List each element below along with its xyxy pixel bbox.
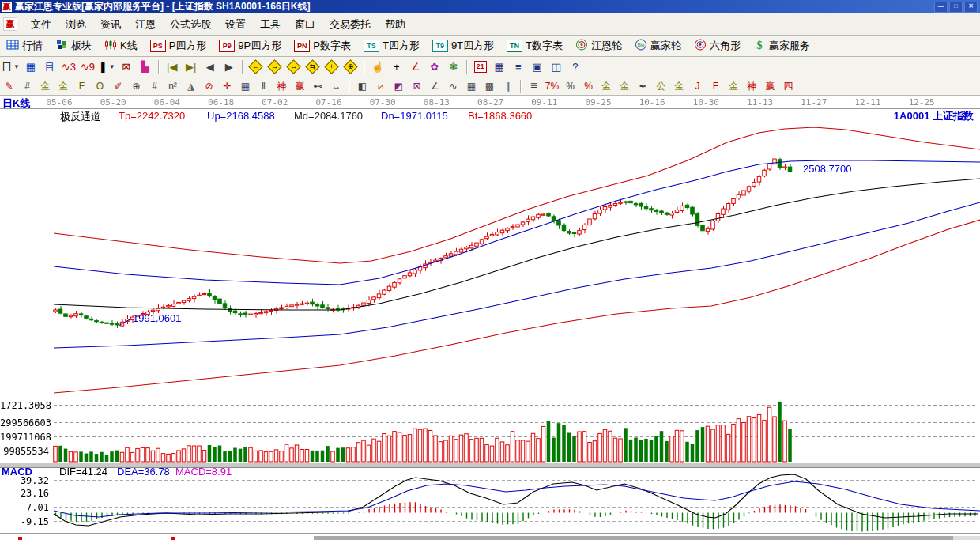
calculator-button[interactable]: ▦	[491, 59, 508, 75]
menu-item-6[interactable]: 工具	[253, 15, 288, 34]
gann-flower-icon[interactable]: ✿	[426, 59, 443, 75]
menu-item-4[interactable]: 公式选股	[163, 15, 218, 34]
circle-grid-icon[interactable]: ⊕	[128, 79, 145, 94]
angle-a-icon[interactable]: ◮	[183, 79, 199, 94]
menu-item-3[interactable]: 江恩	[128, 15, 163, 34]
export-button[interactable]: ◫	[548, 59, 565, 75]
gong-wave-icon[interactable]: 公	[653, 79, 669, 94]
9t-square-button[interactable]: T99T四方形	[426, 36, 500, 55]
target-grid-icon[interactable]: ▦	[237, 79, 254, 94]
quote-list-icon[interactable]: 目	[41, 59, 58, 75]
shade-grid-icon[interactable]: ▩	[481, 79, 498, 94]
menu-item-2[interactable]: 资讯	[93, 15, 128, 34]
gann-pattern-icon[interactable]: ❃	[445, 59, 462, 75]
close-button[interactable]: ✕	[964, 2, 978, 13]
line3-chart-icon[interactable]: ∿3	[60, 59, 77, 75]
box-tool-icon[interactable]: ◧	[354, 79, 371, 94]
gold-angle2-icon[interactable]: 金	[726, 79, 742, 94]
shift-left-button[interactable]: ←	[247, 59, 265, 75]
draw-pen2-icon[interactable]: ✐	[110, 79, 126, 94]
expand-all-button[interactable]: ⊕	[342, 59, 360, 75]
spiral-icon[interactable]: ʘ	[92, 79, 108, 94]
grid-lines-icon[interactable]: #	[19, 79, 36, 94]
compress-h-button[interactable]: ⇆	[304, 59, 322, 75]
winner-service-button[interactable]: $赢家服务	[747, 36, 816, 55]
scrollbar-thumb[interactable]	[314, 536, 953, 540]
j-angle-icon[interactable]: J	[689, 79, 706, 94]
hexagon-button[interactable]: 六角形	[688, 36, 747, 55]
help-button[interactable]: ?	[567, 59, 584, 75]
pan-hand-button[interactable]: ☝	[369, 59, 386, 75]
n-square-icon[interactable]: n²	[164, 79, 181, 94]
percent-line-icon[interactable]: %	[580, 79, 597, 94]
fan-box-icon[interactable]: ◩	[390, 79, 407, 94]
winner-wheel-button[interactable]: Big赢家轮	[628, 36, 688, 55]
shen-angle-icon[interactable]: 神	[744, 79, 760, 94]
span-arrow-icon[interactable]: ↔	[328, 79, 345, 94]
wave-icon[interactable]: ∿	[445, 79, 462, 94]
menu-item-9[interactable]: 帮助	[378, 15, 413, 34]
maximize-button[interactable]: □	[949, 2, 963, 13]
seven-pct-icon[interactable]: 7%	[544, 79, 560, 94]
kline-pattern-icon[interactable]: ⊠	[118, 59, 135, 75]
next-bar-button[interactable]: ▶	[220, 59, 238, 75]
f-grid-icon[interactable]: F	[74, 79, 90, 94]
notes-button[interactable]: ≡	[510, 59, 527, 75]
menu-item-1[interactable]: 浏览	[58, 15, 93, 34]
menu-item-0[interactable]: 文件	[24, 15, 58, 34]
p-square-button[interactable]: PSP四方形	[144, 36, 213, 55]
gold-angle-icon[interactable]: 金	[671, 79, 688, 94]
menu-item-8[interactable]: 交易委托	[322, 15, 378, 34]
line9-chart-icon[interactable]: ∿9	[79, 59, 96, 75]
gold-grid-icon[interactable]: 金	[37, 79, 54, 94]
9p-square-button[interactable]: P99P四方形	[213, 36, 288, 55]
percent-icon[interactable]: %	[562, 79, 579, 94]
shift-right-button[interactable]: →	[266, 59, 284, 75]
p-table-button[interactable]: PNP数字表	[288, 36, 357, 55]
prev-bar-button[interactable]: ◀	[202, 59, 219, 75]
jump-last-button[interactable]: ▶|	[183, 59, 200, 75]
t-square-button[interactable]: TST四方形	[357, 36, 426, 55]
crosshair-button[interactable]: +	[388, 59, 405, 75]
si-angle-icon[interactable]: 四	[780, 79, 797, 94]
gold-circle-icon[interactable]: 金	[598, 79, 615, 94]
gold-grid2-icon[interactable]: 金	[55, 79, 72, 94]
diagonal-icon[interactable]: ∥	[499, 79, 516, 94]
ruler-icon[interactable]: ⊷	[310, 79, 326, 94]
gold-line-icon[interactable]: 金	[616, 79, 633, 94]
candle-style-button[interactable]: ❚▼	[98, 59, 116, 75]
menu-item-7[interactable]: 窗口	[288, 15, 322, 34]
jump-first-button[interactable]: |◀	[164, 59, 181, 75]
expand-v-button[interactable]: +	[323, 59, 341, 75]
gann-wheel-button[interactable]: 江恩轮	[569, 36, 628, 55]
hash-lines-icon[interactable]: #	[146, 79, 163, 94]
draw-pen-icon[interactable]: ✎	[1, 79, 17, 94]
window-layout-icon[interactable]: ▦	[22, 59, 40, 75]
ying-tool-icon[interactable]: 赢	[292, 79, 308, 94]
minimize-button[interactable]: —	[934, 2, 948, 13]
dense-grid-icon[interactable]: ▦	[463, 79, 480, 94]
t-table-button[interactable]: TNT数字表	[500, 36, 569, 55]
calendar-button[interactable]: 21	[472, 59, 489, 75]
compass-icon[interactable]: ⊘	[201, 79, 217, 94]
scrollbar-track[interactable]	[953, 536, 980, 540]
angle-measure-button[interactable]: ∠	[407, 59, 424, 75]
box-x-icon[interactable]: ⊠	[409, 79, 425, 94]
quote-button[interactable]: 行情	[0, 36, 49, 55]
sector-button[interactable]: 板块	[49, 36, 98, 55]
target-cross-icon[interactable]: ✛	[219, 79, 236, 94]
pen-gold-icon[interactable]: ✒	[635, 79, 651, 94]
period-day-button[interactable]: 日▼	[1, 59, 21, 75]
ying-angle-icon[interactable]: 赢	[762, 79, 778, 94]
volume-bars-icon[interactable]: ▙	[137, 59, 154, 75]
save-button[interactable]: ▣	[529, 59, 546, 75]
fan-lines-icon[interactable]: ⧄	[372, 79, 389, 94]
kline-button[interactable]: K线	[98, 36, 144, 55]
ladder-icon[interactable]: ≣	[526, 79, 542, 94]
f-angle-icon[interactable]: F	[707, 79, 724, 94]
shen-tool-icon[interactable]: 神	[273, 79, 290, 94]
menu-item-5[interactable]: 设置	[218, 15, 253, 34]
expand-h-button[interactable]: ↔	[285, 59, 303, 75]
angle-lines-icon[interactable]: ∠	[427, 79, 443, 94]
parallel-icon[interactable]: ‖	[255, 79, 272, 94]
